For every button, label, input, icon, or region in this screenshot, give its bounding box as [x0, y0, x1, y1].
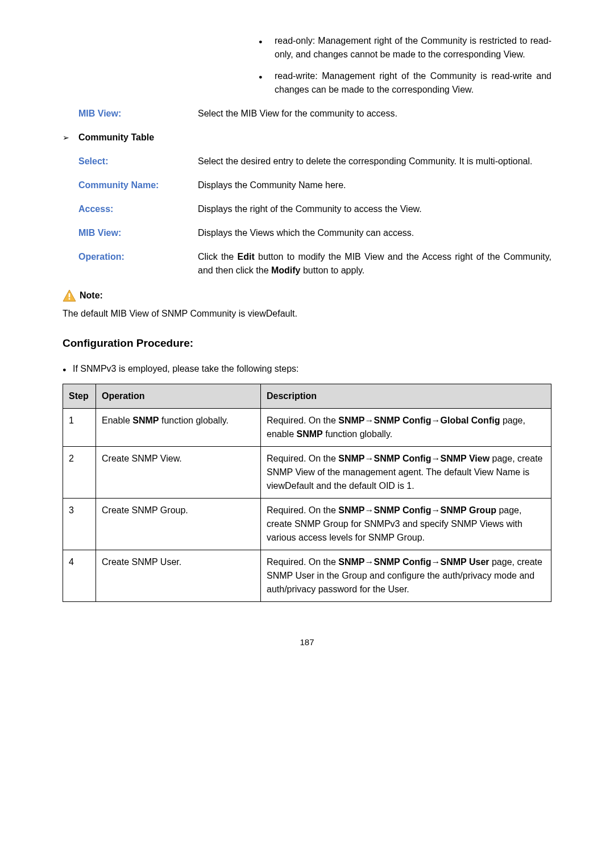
th-operation: Operation: [96, 384, 261, 408]
cell-op: Create SNMP User.: [96, 550, 261, 601]
section-arrow-icon: ➢: [63, 132, 78, 144]
cell-desc: Required. On the SNMP→SNMP Config→Global…: [261, 408, 551, 446]
text-select: Select the desired entry to delete the c…: [198, 155, 551, 168]
cell-step: 1: [63, 408, 96, 446]
note-text: The default MIB View of SNMP Community i…: [63, 307, 551, 321]
r3-d-pre: Required. On the: [267, 557, 338, 567]
label-community-name: Community Name:: [78, 178, 198, 192]
def-operation: Operation: Click the Edit button to modi…: [63, 250, 551, 277]
r0-op-b: SNMP: [132, 416, 159, 425]
label-access: Access:: [78, 202, 198, 216]
def-mib-view-1: MIB View: Select the MIB View for the co…: [63, 107, 551, 121]
bullet-read-write: read-write: Management right of the Comm…: [259, 69, 551, 97]
r2-d-pre: Required. On the: [267, 505, 338, 515]
cell-desc: Required. On the SNMP→SNMP Config→SNMP V…: [261, 446, 551, 498]
section-title: Community Table: [78, 131, 154, 144]
bullet-read-only: read-only: Management right of the Commu…: [259, 34, 551, 61]
cell-desc: Required. On the SNMP→SNMP Config→SNMP G…: [261, 498, 551, 550]
text-operation: Click the Edit button to modify the MIB …: [198, 250, 551, 277]
r2-d-b1: SNMP→SNMP Config→SNMP Group: [338, 505, 496, 515]
r0-op-pre: Enable: [102, 416, 132, 425]
cell-step: 4: [63, 550, 96, 601]
label-operation: Operation:: [78, 250, 198, 277]
cell-desc: Required. On the SNMP→SNMP Config→SNMP U…: [261, 550, 551, 601]
def-community-name: Community Name: Displays the Community N…: [63, 178, 551, 192]
r0-d-b2: SNMP: [297, 429, 323, 439]
r0-d-post: function globally.: [323, 429, 392, 439]
r0-op-post: function globally.: [159, 416, 229, 425]
th-description: Description: [261, 384, 551, 408]
r0-d-pre: Required. On the: [267, 416, 338, 425]
op-b2: Modify: [271, 265, 301, 275]
config-intro-text: If SNMPv3 is employed, please take the f…: [73, 362, 299, 376]
note-label: Note:: [80, 289, 103, 302]
access-bullets: read-only: Management right of the Commu…: [259, 34, 551, 97]
text-mib-view-2: Displays the Views which the Community c…: [198, 226, 551, 240]
text-access: Displays the right of the Community to a…: [198, 202, 551, 216]
config-heading: Configuration Procedure:: [63, 335, 551, 352]
label-select: Select:: [78, 155, 198, 168]
label-mib-view-2: MIB View:: [78, 226, 198, 240]
th-step: Step: [63, 384, 96, 408]
warning-icon: [63, 289, 76, 302]
config-intro: ● If SNMPv3 is employed, please take the…: [63, 362, 551, 376]
table-row: 3 Create SNMP Group. Required. On the SN…: [63, 498, 551, 550]
table-header-row: Step Operation Description: [63, 384, 551, 408]
table-row: 4 Create SNMP User. Required. On the SNM…: [63, 550, 551, 601]
text-community-name: Displays the Community Name here.: [198, 178, 551, 192]
page-number: 187: [63, 636, 551, 649]
op-pre: Click the: [198, 252, 237, 261]
section-community-table: ➢ Community Table: [63, 131, 551, 144]
op-post: button to apply.: [301, 265, 365, 275]
r1-d-b1: SNMP→SNMP Config→SNMP View: [338, 454, 489, 463]
svg-rect-2: [69, 298, 70, 300]
note-header: Note:: [63, 289, 551, 302]
bullet-dot-icon: ●: [63, 362, 73, 376]
cell-op: Create SNMP View.: [96, 446, 261, 498]
cell-op: Enable SNMP function globally.: [96, 408, 261, 446]
def-select: Select: Select the desired entry to dele…: [63, 155, 551, 168]
table-row: 1 Enable SNMP function globally. Require…: [63, 408, 551, 446]
svg-rect-1: [69, 293, 70, 297]
cell-step: 2: [63, 446, 96, 498]
label-mib-view-1: MIB View:: [78, 107, 198, 121]
table-row: 2 Create SNMP View. Required. On the SNM…: [63, 446, 551, 498]
r0-d-b1: SNMP→SNMP Config→Global Config: [338, 416, 500, 425]
r1-d-pre: Required. On the: [267, 454, 338, 463]
text-mib-view-1: Select the MIB View for the community to…: [198, 107, 551, 121]
def-mib-view-2: MIB View: Displays the Views which the C…: [63, 226, 551, 240]
r3-d-b1: SNMP→SNMP Config→SNMP User: [338, 557, 489, 567]
def-access: Access: Displays the right of the Commun…: [63, 202, 551, 216]
cell-step: 3: [63, 498, 96, 550]
cell-op: Create SNMP Group.: [96, 498, 261, 550]
op-b1: Edit: [237, 252, 254, 261]
config-table: Step Operation Description 1 Enable SNMP…: [63, 384, 551, 602]
